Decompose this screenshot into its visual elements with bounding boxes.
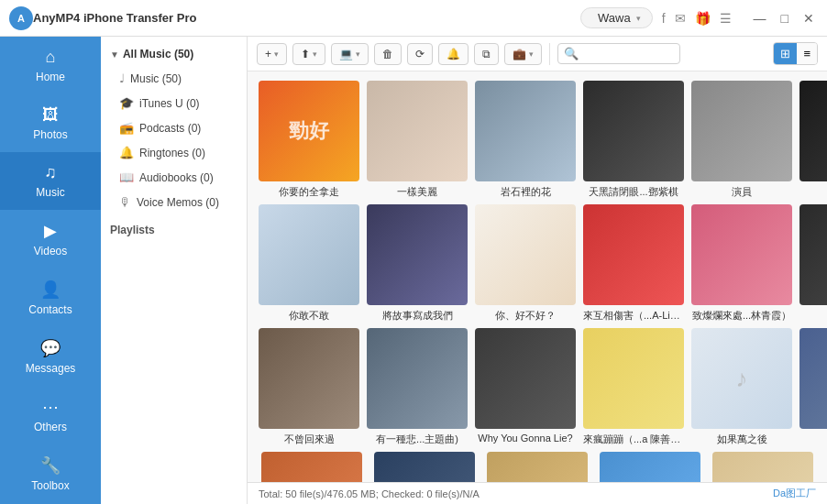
album-art-13: [259, 328, 359, 429]
grid-icon: ⊞: [780, 47, 790, 60]
delete-button[interactable]: 🗑: [374, 43, 402, 65]
album-art-7: [259, 204, 359, 305]
sidebar-label-photos: Photos: [33, 128, 67, 141]
list-item[interactable]: [710, 452, 815, 482]
song-title-2: 一樣美麗: [397, 185, 437, 199]
sub-label-itunes-u: iTunes U (0): [139, 97, 200, 110]
list-item[interactable]: 最後一次: [799, 328, 827, 446]
list-item[interactable]: [371, 452, 477, 482]
sidebar-item-messages[interactable]: 💬 Messages: [0, 327, 101, 386]
song-title-1: 你要的全拿走: [279, 185, 339, 199]
song-title-3: 岩石裡的花: [501, 185, 551, 199]
album-art-9: [475, 204, 576, 305]
sub-item-podcasts[interactable]: 📻 Podcasts (0): [101, 115, 247, 140]
list-item[interactable]: 岩石裡的花: [475, 81, 576, 199]
logo-text: A: [17, 13, 25, 24]
list-item[interactable]: [259, 452, 364, 482]
list-item[interactable]: 一樣美麗: [367, 81, 468, 199]
list-item[interactable]: 有一種悲...主題曲): [367, 328, 468, 446]
sidebar-item-contacts[interactable]: 👤 Contacts: [0, 268, 101, 327]
maximize-button[interactable]: □: [777, 9, 792, 27]
chevron-down-icon: ▾: [636, 14, 641, 23]
list-item[interactable]: 不曾回來過: [259, 328, 359, 446]
toolbar-separator: [549, 43, 550, 65]
list-item[interactable]: Why You Gonna Lie?: [475, 328, 576, 446]
title-bar: A AnyMP4 iPhone Transfer Pro Wawa ▾ f ✉ …: [0, 0, 827, 37]
list-item[interactable]: 勁好 你要的全拿走: [259, 81, 359, 199]
sub-item-itunes-u[interactable]: 🎓 iTunes U (0): [101, 91, 247, 115]
add-icon: +: [265, 48, 271, 60]
more-button[interactable]: 💼 ▾: [504, 43, 542, 65]
album-art-12: [799, 204, 827, 305]
list-item[interactable]: 將故事寫成我們: [367, 204, 468, 323]
all-music-label: All Music (50): [123, 48, 193, 60]
sub-item-music[interactable]: ♩ Music (50): [101, 66, 247, 91]
minimize-button[interactable]: —: [750, 9, 770, 27]
album-art-22: [600, 452, 700, 482]
all-music-header[interactable]: ▼ All Music (50): [101, 40, 247, 66]
album-art-2: [367, 81, 468, 181]
chat-icon[interactable]: ✉: [675, 11, 686, 26]
refresh-button[interactable]: ⟳: [407, 43, 433, 65]
device-selector[interactable]: Wawa ▾: [580, 7, 653, 28]
delete-icon: 🗑: [382, 48, 393, 60]
song-title-7: 你敢不敢: [289, 309, 329, 323]
menu-icon[interactable]: ☰: [720, 11, 732, 26]
gift-icon[interactable]: 🎁: [695, 11, 711, 26]
sub-label-podcasts: Podcasts (0): [139, 122, 201, 135]
list-item[interactable]: [597, 452, 702, 482]
sub-label-music: Music (50): [130, 72, 182, 85]
list-item[interactable]: 你敢不敢: [259, 204, 359, 323]
music-note-placeholder: ♪: [736, 365, 748, 393]
list-item[interactable]: 天黑請閉眼...鄧紫棋: [583, 81, 684, 199]
list-item[interactable]: 致燦爛來處...林青霞）: [691, 204, 792, 323]
sidebar-item-photos[interactable]: 🖼 Photos: [0, 94, 101, 152]
home-icon: ⌂: [46, 48, 56, 67]
grid-row-1: 勁好 你要的全拿走 一樣美麗 岩石裡的花 天黑請閉眼...鄧紫棋: [259, 81, 816, 199]
sidebar-item-others[interactable]: ⋯ Others: [0, 386, 101, 444]
list-item[interactable]: 演員: [691, 81, 792, 199]
sidebar-item-music[interactable]: ♫ Music: [0, 152, 101, 210]
main-layout: ⌂ Home 🖼 Photos ♫ Music ▶ Videos 👤 Conta…: [0, 37, 827, 504]
sub-item-voice-memos[interactable]: 🎙 Voice Memos (0): [101, 190, 247, 214]
list-view-button[interactable]: ≡: [797, 43, 817, 64]
sidebar-item-toolbox[interactable]: 🔧 Toolbox: [0, 444, 101, 503]
search-input[interactable]: [582, 48, 674, 60]
sub-item-ringtones[interactable]: 🔔 Ringtones (0): [101, 140, 247, 165]
voice-memos-icon: 🎙: [119, 195, 131, 209]
to-pc-button[interactable]: 💻 ▾: [331, 43, 369, 65]
sidebar-item-videos[interactable]: ▶ Videos: [0, 210, 101, 268]
sidebar-item-home[interactable]: ⌂ Home: [0, 37, 101, 94]
list-icon: ≡: [803, 47, 810, 60]
sub-item-audiobooks[interactable]: 📖 Audiobooks (0): [101, 165, 247, 190]
add-button[interactable]: + ▾: [257, 43, 287, 65]
album-art-19: [261, 452, 362, 482]
copy-button[interactable]: ⧉: [474, 43, 499, 65]
list-item[interactable]: ♪ 如果萬之後: [691, 328, 792, 446]
list-item[interactable]: 你、好不好？: [475, 204, 576, 323]
sidebar-label-videos: Videos: [34, 245, 67, 257]
music-note-icon: ♩: [119, 71, 125, 85]
bell-button[interactable]: 🔔: [438, 43, 469, 65]
close-button[interactable]: ✕: [799, 9, 818, 27]
list-item[interactable]: 來瘋蹦蹦（...a 陳善樺）: [583, 328, 684, 446]
list-item[interactable]: 來互相傷害（...A-Lin）: [583, 204, 684, 323]
list-item[interactable]: 候鳥: [799, 81, 827, 199]
app-logo: A: [9, 6, 33, 30]
right-content: + ▾ ⬆ ▾ 💻 ▾ 🗑 ⟳ 🔔 ⧉: [248, 37, 827, 504]
messages-icon: 💬: [40, 338, 61, 358]
search-icon: 🔍: [564, 47, 579, 60]
grid-view-button[interactable]: ⊞: [774, 43, 797, 64]
list-item[interactable]: 體匿: [799, 204, 827, 323]
album-art-15: [475, 328, 576, 429]
sub-label-audiobooks: Audiobooks (0): [139, 171, 214, 184]
album-art-17: ♪: [691, 328, 792, 429]
refresh-icon: ⟳: [415, 48, 425, 60]
status-link[interactable]: Da图工厂: [773, 487, 816, 500]
facebook-icon[interactable]: f: [662, 11, 666, 26]
export-button[interactable]: ⬆ ▾: [292, 43, 325, 65]
music-grid: 勁好 你要的全拿走 一樣美麗 岩石裡的花 天黑請閉眼...鄧紫棋: [248, 71, 827, 482]
sidebar-label-others: Others: [34, 421, 67, 433]
album-art-8: [367, 204, 468, 305]
list-item[interactable]: [484, 452, 590, 482]
